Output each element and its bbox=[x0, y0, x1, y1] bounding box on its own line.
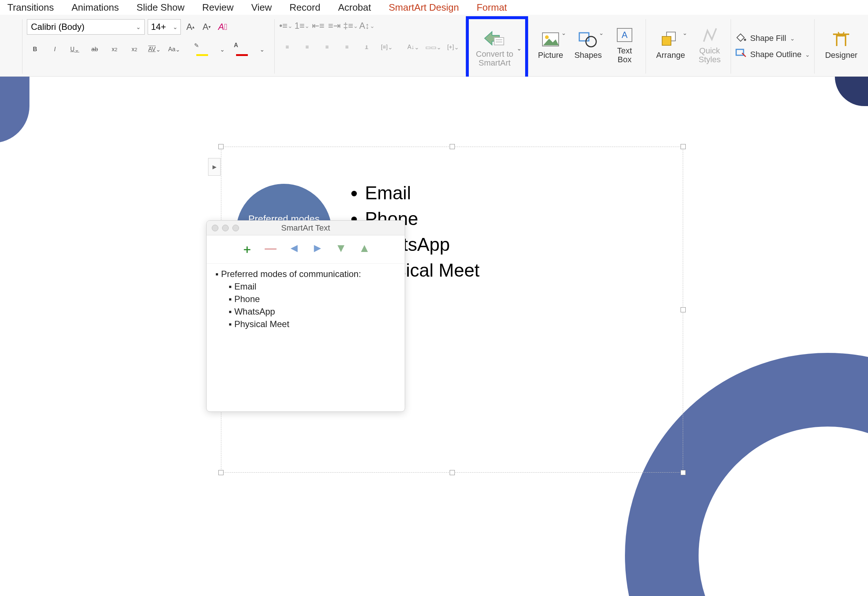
increase-font-size-button[interactable]: A▴ bbox=[184, 20, 197, 34]
svg-rect-0 bbox=[494, 38, 504, 45]
ribbon-group-arrange: Arrange ⌄ QuickStyles bbox=[646, 19, 731, 74]
smartart-pane-toolbar: ＋ — ◄ ► ▼ ▲ bbox=[207, 235, 405, 264]
decrease-indent-button[interactable]: ⇤≡ bbox=[311, 19, 325, 33]
bullets-button[interactable]: •≡ ⌄ bbox=[279, 19, 292, 33]
shape-fill-button[interactable]: Shape Fill ⌄ bbox=[735, 33, 810, 44]
highlight-color-button[interactable]: ✎ bbox=[194, 42, 210, 57]
picture-button[interactable]: Picture ⌄ bbox=[533, 19, 568, 71]
pane-root-item[interactable]: Preferred modes of communication: bbox=[216, 269, 396, 279]
font-family-select[interactable]: Calibri (Body)⌄ bbox=[27, 19, 145, 35]
resize-handle-br[interactable] bbox=[681, 470, 686, 475]
tab-record[interactable]: Record bbox=[289, 2, 320, 13]
align-center-button[interactable]: ≡ bbox=[299, 40, 315, 55]
move-down-button[interactable]: ▼ bbox=[335, 241, 347, 257]
font-size-select[interactable]: 14+⌄ bbox=[148, 19, 181, 35]
smartart-pane-titlebar[interactable]: SmartArt Text bbox=[207, 220, 405, 235]
tab-slideshow[interactable]: Slide Show bbox=[137, 2, 185, 13]
svg-point-4 bbox=[545, 35, 549, 39]
text-box-button[interactable]: A TextBox bbox=[608, 19, 641, 71]
font-color-dropdown[interactable]: ⌄ bbox=[254, 42, 270, 57]
columns-button[interactable]: ▭▭ ⌄ bbox=[425, 40, 441, 55]
tab-view[interactable]: View bbox=[251, 2, 272, 13]
increase-indent-button[interactable]: ≡⇥ bbox=[328, 19, 341, 33]
smartart-text-pane[interactable]: SmartArt Text ＋ — ◄ ► ▼ ▲ Preferred mode… bbox=[206, 220, 405, 412]
ribbon-group-designer: Designer bbox=[815, 19, 868, 74]
underline-button[interactable]: U ⌄ bbox=[66, 42, 83, 57]
slide-canvas[interactable]: ▸ Preferred modes of communication: Emai… bbox=[0, 77, 868, 596]
tab-animations[interactable]: Animations bbox=[71, 2, 119, 13]
resize-handle-bl[interactable] bbox=[218, 470, 224, 475]
pane-sub-item[interactable]: Phone bbox=[234, 294, 260, 304]
svg-rect-12 bbox=[736, 49, 744, 55]
designer-button[interactable]: Designer bbox=[819, 19, 863, 71]
subscript-button[interactable]: x2 bbox=[126, 42, 143, 57]
change-case-button[interactable]: Aa ⌄ bbox=[166, 42, 182, 57]
quick-styles-icon bbox=[698, 26, 721, 44]
align-left-button[interactable]: ≡ bbox=[279, 40, 295, 55]
convert-to-smartart-button[interactable]: Convert toSmartArt bbox=[472, 22, 517, 74]
italic-button[interactable]: I bbox=[47, 42, 63, 57]
textbox-icon: A bbox=[614, 26, 636, 44]
add-item-button[interactable]: ＋ bbox=[241, 241, 253, 257]
tab-smartart-design[interactable]: SmartArt Design bbox=[388, 2, 459, 13]
convert-to-smartart-dropdown[interactable]: ⌄ bbox=[517, 45, 521, 52]
ribbon-group-shape-format: Shape Fill ⌄ Shape Outline ⌄ bbox=[731, 19, 815, 74]
minimize-dot[interactable] bbox=[222, 225, 229, 231]
chevron-down-icon: ⌄ bbox=[682, 30, 687, 37]
smartart-pane-body[interactable]: Preferred modes of communication: ▪ Emai… bbox=[207, 264, 405, 334]
justify-button[interactable]: ≡ bbox=[339, 40, 355, 55]
pane-sub-item[interactable]: Email bbox=[234, 281, 256, 291]
quick-styles-button[interactable]: QuickStyles bbox=[693, 19, 726, 71]
numbering-button[interactable]: 1≡ ⌄ bbox=[295, 19, 309, 33]
decrease-font-size-button[interactable]: A▾ bbox=[200, 20, 213, 34]
chevron-down-icon: ⌄ bbox=[790, 35, 795, 42]
shape-outline-button[interactable]: Shape Outline ⌄ bbox=[735, 49, 810, 61]
decorative-shape-tl bbox=[0, 77, 30, 143]
text-pane-toggle-tab[interactable]: ▸ bbox=[208, 158, 221, 176]
highlight-dropdown[interactable]: ⌄ bbox=[214, 42, 230, 57]
font-color-button[interactable]: A bbox=[234, 42, 250, 57]
shapes-button[interactable]: Shapes ⌄ bbox=[570, 19, 606, 71]
bullet-item[interactable]: Email bbox=[365, 180, 480, 206]
decorative-shape-tr bbox=[835, 77, 868, 106]
ribbon-group-insert: Picture ⌄ Shapes ⌄ A TextBox bbox=[528, 19, 646, 74]
resize-handle-tr[interactable] bbox=[681, 144, 686, 149]
strikethrough-button[interactable]: ab bbox=[87, 42, 103, 57]
line-spacing-button[interactable]: ‡≡ ⌄ bbox=[344, 19, 357, 33]
bold-button[interactable]: B bbox=[27, 42, 43, 57]
insert-object-button[interactable]: [+] ⌄ bbox=[445, 40, 461, 55]
chevron-down-icon: ⌄ bbox=[599, 30, 604, 37]
text-direction-button[interactable]: A↕ ⌄ bbox=[360, 19, 373, 33]
svg-rect-5 bbox=[579, 33, 589, 41]
pen-icon: ✎ bbox=[194, 42, 199, 49]
ribbon: Calibri (Body)⌄ 14+⌄ A▴ A▾ A⃠ B I U ⌄ ab… bbox=[0, 15, 868, 77]
close-dot[interactable] bbox=[212, 225, 218, 231]
move-up-button[interactable]: ▲ bbox=[359, 241, 371, 257]
svg-point-11 bbox=[744, 39, 746, 41]
arrange-button[interactable]: Arrange ⌄ bbox=[650, 19, 691, 71]
pane-sub-item[interactable]: Physical Meet bbox=[234, 319, 289, 329]
promote-left-button[interactable]: ◄ bbox=[288, 241, 300, 257]
pane-sub-item[interactable]: WhatsApp bbox=[234, 306, 275, 316]
sort-button[interactable]: A↓ ⌄ bbox=[405, 40, 421, 55]
align-right-button[interactable]: ≡ bbox=[319, 40, 335, 55]
resize-handle-tc[interactable] bbox=[450, 144, 455, 149]
distributed-button[interactable]: ⫫ bbox=[359, 40, 375, 55]
tab-review[interactable]: Review bbox=[202, 2, 233, 13]
tab-transitions[interactable]: Transitions bbox=[7, 2, 54, 13]
chevron-down-icon: ⌄ bbox=[136, 24, 141, 31]
resize-handle-rc[interactable] bbox=[681, 307, 686, 312]
character-spacing-button[interactable]: AV ⌄ bbox=[146, 42, 162, 57]
align-text-vertical-button[interactable]: [≡]⌄ bbox=[379, 40, 395, 55]
demote-right-button[interactable]: ► bbox=[311, 241, 323, 257]
tab-format[interactable]: Format bbox=[477, 2, 507, 13]
tab-acrobat[interactable]: Acrobat bbox=[338, 2, 371, 13]
resize-handle-tl[interactable] bbox=[218, 144, 224, 149]
clear-formatting-button[interactable]: A⃠ bbox=[216, 20, 229, 34]
resize-handle-bc[interactable] bbox=[450, 470, 455, 475]
remove-item-button[interactable]: — bbox=[265, 241, 276, 257]
chevron-down-icon: ⌄ bbox=[561, 30, 566, 37]
zoom-dot[interactable] bbox=[232, 225, 239, 231]
superscript-button[interactable]: x2 bbox=[106, 42, 123, 57]
designer-icon bbox=[830, 30, 852, 49]
